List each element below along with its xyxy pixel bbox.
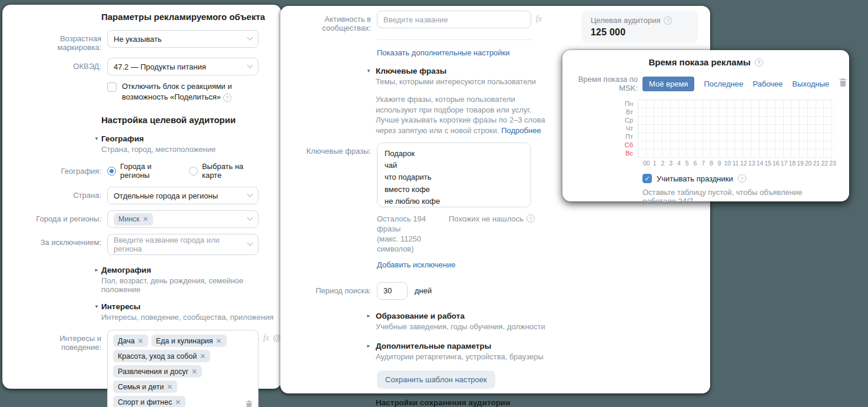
chip-remove-icon[interactable]: ✕ bbox=[138, 337, 144, 345]
schedule-cell[interactable] bbox=[776, 141, 784, 150]
schedule-cell[interactable] bbox=[727, 141, 736, 150]
schedule-cell[interactable] bbox=[638, 117, 647, 125]
schedule-cell[interactable] bbox=[679, 117, 687, 125]
schedule-cell[interactable] bbox=[776, 133, 784, 141]
schedule-cell[interactable] bbox=[662, 125, 671, 133]
schedule-cell[interactable] bbox=[638, 141, 647, 150]
schedule-cell[interactable] bbox=[727, 108, 736, 117]
schedule-cell[interactable] bbox=[703, 108, 711, 117]
schedule-cell[interactable] bbox=[791, 133, 800, 141]
chip-remove-icon[interactable]: ✕ bbox=[200, 352, 206, 360]
schedule-cell[interactable] bbox=[711, 150, 719, 158]
schedule-cell[interactable] bbox=[767, 125, 776, 133]
schedule-cell[interactable] bbox=[776, 117, 784, 125]
schedule-cell[interactable] bbox=[679, 100, 687, 108]
schedule-cell[interactable] bbox=[671, 133, 679, 141]
schedule-cell[interactable] bbox=[791, 125, 800, 133]
schedule-cell[interactable] bbox=[824, 100, 832, 108]
schedule-cell[interactable] bbox=[679, 133, 687, 141]
keyphrases-textarea[interactable]: Подарок чай что подарить вместо кофе не … bbox=[377, 143, 531, 207]
schedule-cell[interactable] bbox=[711, 133, 719, 141]
schedule-cell[interactable] bbox=[687, 150, 695, 158]
schedule-cell[interactable] bbox=[711, 117, 719, 125]
schedule-cell[interactable] bbox=[751, 117, 760, 125]
help-icon[interactable]: ? bbox=[526, 214, 535, 223]
schedule-cell[interactable] bbox=[816, 125, 824, 133]
fx-formula-icon[interactable]: fx bbox=[263, 330, 269, 343]
schedule-cell[interactable] bbox=[695, 117, 703, 125]
schedule-cell[interactable] bbox=[662, 133, 671, 141]
schedule-cell[interactable] bbox=[800, 141, 808, 150]
save-audience-section-toggle[interactable]: ▼ Настройки сохранения аудитории bbox=[366, 398, 710, 407]
schedule-cell[interactable] bbox=[711, 125, 719, 133]
schedule-cell[interactable] bbox=[800, 117, 808, 125]
schedule-cell[interactable] bbox=[687, 133, 695, 141]
schedule-cell[interactable] bbox=[671, 125, 679, 133]
schedule-cell[interactable] bbox=[776, 125, 784, 133]
schedule-cell[interactable] bbox=[824, 133, 832, 141]
schedule-cell[interactable] bbox=[816, 117, 824, 125]
schedule-cell[interactable] bbox=[767, 117, 776, 125]
schedule-cell[interactable] bbox=[800, 100, 808, 108]
schedule-cell[interactable] bbox=[695, 133, 703, 141]
schedule-cell[interactable] bbox=[662, 100, 671, 108]
schedule-cell[interactable] bbox=[695, 108, 703, 117]
schedule-cell[interactable] bbox=[791, 108, 800, 117]
schedule-cell[interactable] bbox=[654, 150, 662, 158]
schedule-cell[interactable] bbox=[791, 117, 800, 125]
country-select[interactable]: Отдельные города и регионы bbox=[107, 187, 259, 204]
schedule-cell[interactable] bbox=[647, 125, 655, 133]
schedule-cell[interactable] bbox=[767, 150, 776, 158]
schedule-cell[interactable] bbox=[791, 100, 800, 108]
schedule-cell[interactable] bbox=[816, 150, 824, 158]
schedule-cell[interactable] bbox=[760, 150, 768, 158]
schedule-cell[interactable] bbox=[654, 125, 662, 133]
schedule-cell[interactable] bbox=[776, 150, 784, 158]
schedule-cell[interactable] bbox=[808, 141, 816, 150]
schedule-cell[interactable] bbox=[647, 108, 655, 117]
schedule-cell[interactable] bbox=[784, 141, 792, 150]
schedule-cell[interactable] bbox=[760, 100, 768, 108]
schedule-cell[interactable] bbox=[679, 141, 687, 150]
schedule-cell[interactable] bbox=[654, 108, 662, 117]
clear-schedule-trash-icon[interactable] bbox=[839, 78, 847, 90]
geography-section-toggle[interactable]: ▼ География bbox=[94, 134, 281, 143]
schedule-cell[interactable] bbox=[767, 108, 776, 117]
schedule-cell[interactable] bbox=[719, 150, 727, 158]
chip-remove-icon[interactable]: ✕ bbox=[175, 398, 181, 406]
help-icon[interactable]: ? bbox=[223, 94, 231, 102]
schedule-cell[interactable] bbox=[808, 117, 816, 125]
schedule-cell[interactable] bbox=[727, 100, 736, 108]
chip-remove-icon[interactable]: ✕ bbox=[143, 215, 148, 223]
schedule-cell[interactable] bbox=[760, 117, 768, 125]
extra-params-section-toggle[interactable]: ► Дополнительные параметры bbox=[366, 342, 710, 350]
okved-select[interactable]: 47.2 — Продукты питания bbox=[107, 58, 259, 75]
schedule-cell[interactable] bbox=[735, 133, 743, 141]
except-cities-select[interactable]: Введите название города или региона bbox=[107, 234, 259, 255]
schedule-cell[interactable] bbox=[735, 125, 743, 133]
schedule-cell[interactable] bbox=[679, 108, 687, 117]
schedule-cell[interactable] bbox=[784, 133, 792, 141]
help-icon[interactable]: ? bbox=[755, 58, 763, 67]
disable-reactions-checkbox[interactable] bbox=[107, 82, 117, 92]
schedule-cell[interactable] bbox=[784, 100, 792, 108]
schedule-cell[interactable] bbox=[671, 150, 679, 158]
schedule-cell[interactable] bbox=[662, 150, 671, 158]
schedule-cell[interactable] bbox=[808, 125, 816, 133]
schedule-cell[interactable] bbox=[662, 141, 671, 150]
schedule-cell[interactable] bbox=[654, 141, 662, 150]
schedule-cell[interactable] bbox=[727, 125, 736, 133]
demography-section-toggle[interactable]: ► Демография bbox=[94, 266, 281, 274]
schedule-cell[interactable] bbox=[638, 108, 647, 117]
schedule-cell[interactable] bbox=[800, 150, 808, 158]
schedule-cell[interactable] bbox=[760, 133, 768, 141]
schedule-cell[interactable] bbox=[816, 108, 824, 117]
fx-formula-icon[interactable]: fx bbox=[536, 11, 542, 24]
chip-remove-icon[interactable]: ✕ bbox=[167, 383, 173, 391]
schedule-tab-option[interactable]: Выходные bbox=[792, 80, 829, 88]
schedule-cell[interactable] bbox=[647, 141, 655, 150]
schedule-cell[interactable] bbox=[791, 141, 800, 150]
schedule-cell[interactable] bbox=[776, 100, 784, 108]
schedule-cell[interactable] bbox=[703, 141, 711, 150]
schedule-cell[interactable] bbox=[679, 150, 687, 158]
